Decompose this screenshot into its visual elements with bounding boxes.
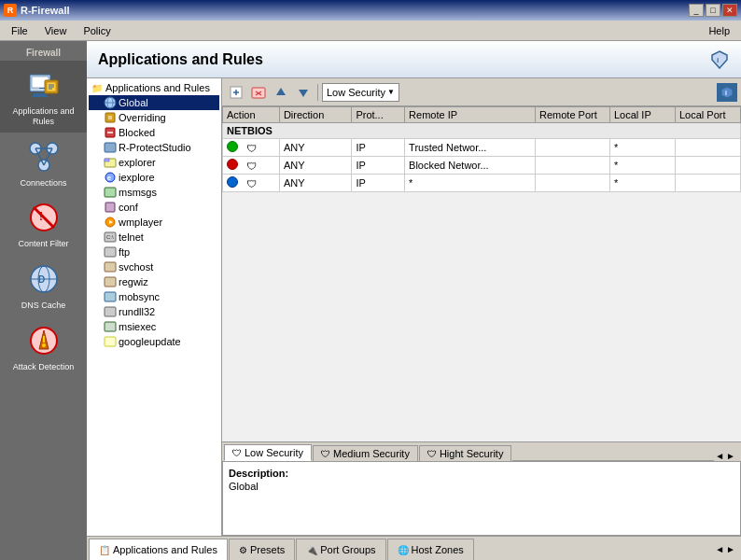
move-down-button[interactable] xyxy=(293,83,314,102)
nav-left-arrow[interactable]: ◄ xyxy=(715,544,724,554)
remote-port-cell xyxy=(536,157,610,175)
bottom-tab-app-rules[interactable]: 📋 Applications and Rules xyxy=(89,539,228,560)
sidebar-item-content-filter[interactable]: ! Content Filter xyxy=(0,193,87,255)
app-rundll32-icon xyxy=(104,305,117,318)
tree-item-root[interactable]: 📁 Applications and Rules xyxy=(89,80,219,95)
tab-medium-security[interactable]: 🛡 Medium Security xyxy=(313,445,418,461)
tree-msmsgs-label: msmsgs xyxy=(119,187,157,198)
sidebar-item-dns-cache[interactable]: D DNS Cache xyxy=(0,255,87,316)
tab-high-security[interactable]: 🛡 Hight Security xyxy=(419,445,511,461)
app-googleupdate-icon xyxy=(104,335,117,348)
globe-icon xyxy=(104,96,117,109)
bottom-tab-port-groups[interactable]: 🔌 Port Groups xyxy=(296,539,385,560)
table-row[interactable]: 🛡 ANY IP Trusted Networ... * xyxy=(223,139,741,157)
col-local-port: Local Port xyxy=(676,107,741,123)
tree-explorer-label: explorer xyxy=(119,157,156,168)
menu-file[interactable]: File xyxy=(4,23,35,38)
menu-help[interactable]: Help xyxy=(701,23,737,38)
allow-icon xyxy=(227,141,238,152)
app-msmsgs-icon xyxy=(104,186,117,199)
sidebar-item-attack-detection[interactable]: Attack Detection xyxy=(0,316,87,378)
rules-toolbar: Low Security ▼ i xyxy=(222,78,741,106)
tree-item-rundll32[interactable]: rundll32 xyxy=(89,304,219,319)
tree-item-global[interactable]: Global xyxy=(89,95,219,110)
sidebar-section-label: Firewall xyxy=(0,45,87,61)
svg-rect-3 xyxy=(32,96,49,97)
tree-item-regwiz[interactable]: regwiz xyxy=(89,274,219,289)
inner-layout: 📁 Applications and Rules Global Overridi… xyxy=(87,78,741,536)
tree-panel: 📁 Applications and Rules Global Overridi… xyxy=(87,78,222,536)
tree-iexplore-label: iexplore xyxy=(119,172,155,183)
title-bar: R R-Firewall _ □ ✕ xyxy=(0,0,741,21)
tree-item-wmplayer[interactable]: wmplayer xyxy=(89,215,219,230)
sidebar-dns-label: DNS Cache xyxy=(21,301,66,311)
remote-port-cell xyxy=(536,175,610,192)
tree-wmplayer-label: wmplayer xyxy=(119,217,162,228)
svg-rect-52 xyxy=(105,307,116,316)
tree-item-overriding[interactable]: Overriding xyxy=(89,110,219,125)
tree-item-rprotect[interactable]: R-ProtectStudio xyxy=(89,140,219,155)
tree-item-ftp[interactable]: ftp xyxy=(89,245,219,259)
group-netbios[interactable]: NETBIOS xyxy=(223,123,741,139)
col-protocol: Prot... xyxy=(352,107,405,123)
shield-cell-icon: 🛡 xyxy=(246,178,257,189)
tree-regwiz-label: regwiz xyxy=(119,276,148,287)
security-level-dropdown[interactable]: Low Security ▼ xyxy=(322,83,399,102)
tab-nav-right[interactable]: ► xyxy=(726,451,735,461)
group-netbios-label: NETBIOS xyxy=(223,123,741,139)
bottom-tab-host-zones[interactable]: 🌐 Host Zones xyxy=(387,539,474,560)
tree-item-telnet[interactable]: C:\ telnet xyxy=(89,230,219,245)
atk-icon xyxy=(25,322,63,359)
info-button[interactable]: i xyxy=(717,83,737,102)
tree-item-msmsgs[interactable]: msmsgs xyxy=(89,185,219,200)
toolbar-separator xyxy=(317,84,318,101)
conn-icon xyxy=(25,138,63,175)
rules-table-container[interactable]: Action Direction Prot... Remote IP Remot… xyxy=(222,106,741,441)
tree-item-iexplore[interactable]: e iexplore xyxy=(89,170,219,185)
svg-rect-49 xyxy=(105,262,116,272)
svg-text:D: D xyxy=(38,274,45,285)
menu-policy[interactable]: Policy xyxy=(76,23,118,38)
tree-item-msiexec[interactable]: msiexec xyxy=(89,319,219,334)
dropdown-arrow-icon: ▼ xyxy=(387,88,395,96)
tree-item-svchost[interactable]: svchost xyxy=(89,259,219,274)
tree-item-mobsync[interactable]: mobsync xyxy=(89,289,219,304)
tree-item-googleupdate[interactable]: googleupdate xyxy=(89,334,219,349)
page-header: Applications and Rules i xyxy=(87,41,741,78)
move-up-button[interactable] xyxy=(271,83,291,102)
sidebar-item-applications[interactable]: Applications and Rules xyxy=(0,61,87,133)
protocol-cell: IP xyxy=(352,175,405,192)
new-rule-button[interactable] xyxy=(226,83,246,102)
sidebar: Firewall Applications and Rules xyxy=(0,41,87,560)
tab-low-security[interactable]: 🛡 Low Security xyxy=(224,444,312,461)
svg-rect-4 xyxy=(39,88,45,89)
tree-item-blocked[interactable]: Blocked xyxy=(89,125,219,140)
bottom-tab-presets[interactable]: ⚙ Presets xyxy=(229,539,295,560)
tree-item-explorer[interactable]: explorer xyxy=(89,155,219,170)
table-row[interactable]: 🛡 ANY IP * * xyxy=(223,175,741,192)
delete-rule-button[interactable] xyxy=(248,83,269,102)
tree-svchost-label: svchost xyxy=(119,261,153,273)
tree-telnet-label: telnet xyxy=(119,231,144,243)
security-level-label: Low Security xyxy=(327,87,385,98)
bottom-tab-apps-label: Applications and Rules xyxy=(113,544,217,555)
tree-rundll32-label: rundll32 xyxy=(119,306,155,317)
bottom-tab-apps-icon: 📋 xyxy=(99,545,110,555)
table-row[interactable]: 🛡 ANY IP Blocked Networ... * xyxy=(223,157,741,175)
bottom-tab-hostzones-icon: 🌐 xyxy=(398,545,409,555)
menu-view[interactable]: View xyxy=(37,23,75,38)
maximize-button[interactable]: □ xyxy=(706,4,720,17)
close-button[interactable]: ✕ xyxy=(722,4,737,17)
svg-rect-51 xyxy=(105,292,116,301)
svg-text:i: i xyxy=(717,56,719,64)
minimize-button[interactable]: _ xyxy=(689,4,704,17)
bottom-tab-portgroups-icon: 🔌 xyxy=(306,545,317,555)
tab-nav-left[interactable]: ◄ xyxy=(715,451,724,461)
svg-rect-42 xyxy=(105,188,116,197)
tree-item-conf[interactable]: conf xyxy=(89,200,219,215)
tree-root-label: Applications and Rules xyxy=(105,82,210,93)
svg-rect-50 xyxy=(105,277,116,287)
sidebar-item-connections[interactable]: Connections xyxy=(0,133,87,194)
app-ftp-icon xyxy=(104,245,117,259)
nav-right-arrow[interactable]: ► xyxy=(726,544,735,554)
